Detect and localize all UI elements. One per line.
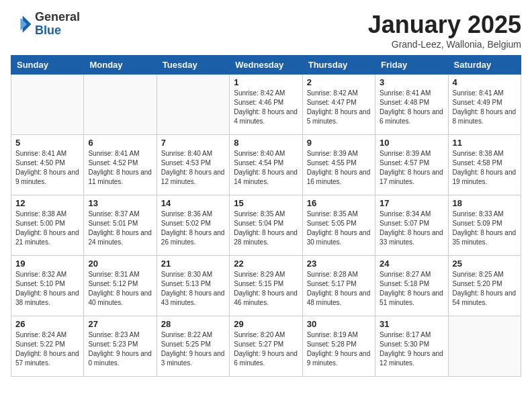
title-block: January 2025 Grand-Leez, Wallonia, Belgi… [368, 11, 521, 50]
weekday-header-wednesday: Wednesday [230, 56, 302, 75]
logo: General Blue [11, 11, 80, 38]
calendar-cell: 26Sunrise: 8:24 AM Sunset: 5:22 PM Dayli… [11, 316, 84, 377]
calendar-cell: 5Sunrise: 8:41 AM Sunset: 4:50 PM Daylig… [11, 135, 84, 195]
logo-icon [11, 13, 32, 35]
week-row-4: 19Sunrise: 8:32 AM Sunset: 5:10 PM Dayli… [11, 256, 521, 316]
calendar-cell: 3Sunrise: 8:41 AM Sunset: 4:48 PM Daylig… [375, 75, 448, 135]
day-info: Sunrise: 8:38 AM Sunset: 5:00 PM Dayligh… [15, 210, 79, 247]
day-info: Sunrise: 8:38 AM Sunset: 4:58 PM Dayligh… [453, 149, 517, 187]
week-row-1: 1Sunrise: 8:42 AM Sunset: 4:46 PM Daylig… [11, 75, 521, 135]
calendar-cell [11, 75, 84, 135]
calendar-cell: 31Sunrise: 8:17 AM Sunset: 5:30 PM Dayli… [375, 316, 448, 377]
calendar-cell: 9Sunrise: 8:39 AM Sunset: 4:55 PM Daylig… [302, 135, 375, 195]
day-number: 6 [88, 138, 152, 148]
day-number: 24 [380, 259, 443, 269]
day-number: 14 [161, 198, 225, 208]
week-row-2: 5Sunrise: 8:41 AM Sunset: 4:50 PM Daylig… [11, 135, 521, 195]
day-info: Sunrise: 8:34 AM Sunset: 5:07 PM Dayligh… [380, 210, 443, 247]
day-number: 17 [380, 198, 443, 208]
day-number: 28 [161, 319, 225, 329]
weekday-header-thursday: Thursday [302, 56, 375, 75]
day-number: 3 [380, 77, 443, 87]
calendar-cell: 22Sunrise: 8:29 AM Sunset: 5:15 PM Dayli… [230, 256, 302, 316]
weekday-header-friday: Friday [375, 56, 448, 75]
calendar-cell: 18Sunrise: 8:33 AM Sunset: 5:09 PM Dayli… [448, 195, 521, 256]
day-number: 5 [15, 138, 79, 148]
day-info: Sunrise: 8:36 AM Sunset: 5:02 PM Dayligh… [161, 210, 225, 247]
calendar-cell: 12Sunrise: 8:38 AM Sunset: 5:00 PM Dayli… [11, 195, 84, 256]
day-info: Sunrise: 8:23 AM Sunset: 5:23 PM Dayligh… [88, 330, 152, 368]
day-number: 21 [161, 259, 225, 269]
day-number: 2 [307, 77, 371, 87]
day-number: 23 [307, 259, 371, 269]
day-info: Sunrise: 8:42 AM Sunset: 4:47 PM Dayligh… [307, 89, 371, 126]
calendar-cell: 17Sunrise: 8:34 AM Sunset: 5:07 PM Dayli… [375, 195, 448, 256]
day-number: 25 [453, 259, 517, 269]
calendar-cell: 8Sunrise: 8:40 AM Sunset: 4:54 PM Daylig… [230, 135, 302, 195]
calendar-cell: 29Sunrise: 8:20 AM Sunset: 5:27 PM Dayli… [230, 316, 302, 377]
day-number: 26 [15, 319, 79, 329]
calendar-cell: 10Sunrise: 8:39 AM Sunset: 4:57 PM Dayli… [375, 135, 448, 195]
day-info: Sunrise: 8:41 AM Sunset: 4:49 PM Dayligh… [453, 89, 517, 126]
day-info: Sunrise: 8:20 AM Sunset: 5:27 PM Dayligh… [234, 330, 298, 368]
day-number: 13 [88, 198, 152, 208]
day-number: 4 [453, 77, 517, 87]
day-info: Sunrise: 8:37 AM Sunset: 5:01 PM Dayligh… [88, 210, 152, 247]
week-row-3: 12Sunrise: 8:38 AM Sunset: 5:00 PM Dayli… [11, 195, 521, 256]
day-info: Sunrise: 8:41 AM Sunset: 4:48 PM Dayligh… [380, 89, 443, 126]
calendar-cell: 14Sunrise: 8:36 AM Sunset: 5:02 PM Dayli… [157, 195, 229, 256]
day-number: 22 [234, 259, 298, 269]
calendar-cell: 15Sunrise: 8:35 AM Sunset: 5:04 PM Dayli… [230, 195, 302, 256]
weekday-header-sunday: Sunday [11, 56, 84, 75]
calendar-cell: 24Sunrise: 8:27 AM Sunset: 5:18 PM Dayli… [375, 256, 448, 316]
day-number: 7 [161, 138, 225, 148]
day-number: 9 [307, 138, 371, 148]
logo-text: General Blue [35, 11, 80, 38]
day-number: 18 [453, 198, 517, 208]
calendar-cell: 13Sunrise: 8:37 AM Sunset: 5:01 PM Dayli… [84, 195, 157, 256]
day-number: 10 [380, 138, 443, 148]
day-number: 8 [234, 138, 298, 148]
weekday-header-row: SundayMondayTuesdayWednesdayThursdayFrid… [11, 56, 521, 75]
day-number: 30 [307, 319, 371, 329]
day-number: 12 [15, 198, 79, 208]
calendar-cell: 11Sunrise: 8:38 AM Sunset: 4:58 PM Dayli… [448, 135, 521, 195]
calendar-cell: 21Sunrise: 8:30 AM Sunset: 5:13 PM Dayli… [157, 256, 229, 316]
day-info: Sunrise: 8:40 AM Sunset: 4:53 PM Dayligh… [161, 149, 225, 187]
day-info: Sunrise: 8:41 AM Sunset: 4:50 PM Dayligh… [15, 149, 79, 187]
day-number: 11 [453, 138, 517, 148]
month-title: January 2025 [368, 11, 521, 39]
day-number: 1 [234, 77, 298, 87]
day-info: Sunrise: 8:24 AM Sunset: 5:22 PM Dayligh… [15, 330, 79, 368]
calendar-cell: 4Sunrise: 8:41 AM Sunset: 4:49 PM Daylig… [448, 75, 521, 135]
day-info: Sunrise: 8:30 AM Sunset: 5:13 PM Dayligh… [161, 270, 225, 308]
calendar-cell [448, 316, 521, 377]
day-info: Sunrise: 8:35 AM Sunset: 5:04 PM Dayligh… [234, 210, 298, 247]
calendar-cell: 16Sunrise: 8:35 AM Sunset: 5:05 PM Dayli… [302, 195, 375, 256]
day-info: Sunrise: 8:33 AM Sunset: 5:09 PM Dayligh… [453, 210, 517, 247]
day-number: 20 [88, 259, 152, 269]
calendar-cell: 19Sunrise: 8:32 AM Sunset: 5:10 PM Dayli… [11, 256, 84, 316]
day-info: Sunrise: 8:25 AM Sunset: 5:20 PM Dayligh… [453, 270, 517, 308]
day-info: Sunrise: 8:29 AM Sunset: 5:15 PM Dayligh… [234, 270, 298, 308]
day-info: Sunrise: 8:42 AM Sunset: 4:46 PM Dayligh… [234, 89, 298, 126]
day-info: Sunrise: 8:39 AM Sunset: 4:55 PM Dayligh… [307, 149, 371, 187]
location: Grand-Leez, Wallonia, Belgium [368, 39, 521, 50]
day-number: 29 [234, 319, 298, 329]
day-info: Sunrise: 8:27 AM Sunset: 5:18 PM Dayligh… [380, 270, 443, 308]
weekday-header-monday: Monday [84, 56, 157, 75]
day-info: Sunrise: 8:28 AM Sunset: 5:17 PM Dayligh… [307, 270, 371, 308]
day-info: Sunrise: 8:17 AM Sunset: 5:30 PM Dayligh… [380, 330, 443, 368]
day-number: 16 [307, 198, 371, 208]
calendar-cell: 6Sunrise: 8:41 AM Sunset: 4:52 PM Daylig… [84, 135, 157, 195]
day-info: Sunrise: 8:41 AM Sunset: 4:52 PM Dayligh… [88, 149, 152, 187]
day-number: 15 [234, 198, 298, 208]
calendar: SundayMondayTuesdayWednesdayThursdayFrid… [11, 55, 521, 377]
calendar-cell: 7Sunrise: 8:40 AM Sunset: 4:53 PM Daylig… [157, 135, 229, 195]
calendar-cell: 2Sunrise: 8:42 AM Sunset: 4:47 PM Daylig… [302, 75, 375, 135]
day-info: Sunrise: 8:39 AM Sunset: 4:57 PM Dayligh… [380, 149, 443, 187]
calendar-cell: 27Sunrise: 8:23 AM Sunset: 5:23 PM Dayli… [84, 316, 157, 377]
calendar-cell: 28Sunrise: 8:22 AM Sunset: 5:25 PM Dayli… [157, 316, 229, 377]
calendar-cell [84, 75, 157, 135]
calendar-cell: 25Sunrise: 8:25 AM Sunset: 5:20 PM Dayli… [448, 256, 521, 316]
